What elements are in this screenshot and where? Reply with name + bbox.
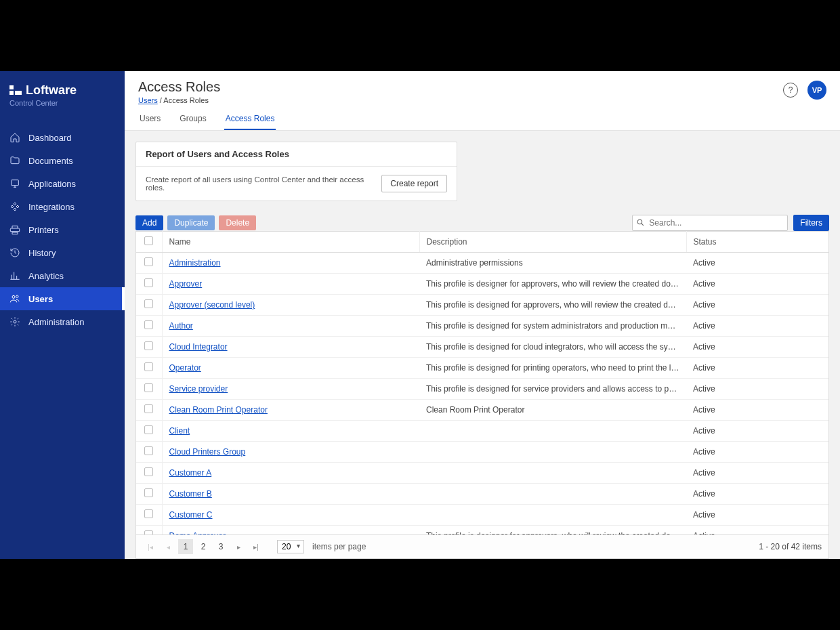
- content: Report of Users and Access Roles Create …: [125, 131, 840, 559]
- col-header-status[interactable]: Status: [686, 232, 828, 253]
- row-checkbox[interactable]: [144, 425, 153, 434]
- home-icon: [9, 132, 20, 143]
- row-status: Active: [686, 526, 828, 535]
- breadcrumb-current: Access Roles: [163, 96, 209, 104]
- row-name-link[interactable]: Service provider: [169, 384, 228, 394]
- row-status: Active: [686, 358, 828, 379]
- help-button[interactable]: ?: [783, 83, 798, 98]
- breadcrumb-root[interactable]: Users: [138, 96, 158, 104]
- pager-first[interactable]: |◂: [143, 539, 158, 554]
- table-row: Cloud Printers GroupActive: [136, 442, 828, 463]
- pager-page-2[interactable]: 2: [196, 539, 211, 554]
- avatar[interactable]: VP: [807, 81, 826, 100]
- main: Access Roles Users / Access Roles Users …: [125, 71, 840, 559]
- row-name-link[interactable]: Operator: [169, 363, 201, 373]
- row-checkbox[interactable]: [144, 299, 153, 308]
- row-name-link[interactable]: Approver (second level): [169, 300, 255, 310]
- sidebar-item-documents[interactable]: Documents: [0, 149, 125, 172]
- delete-button[interactable]: Delete: [219, 215, 256, 230]
- sidebar-item-printers[interactable]: Printers: [0, 218, 125, 241]
- row-checkbox[interactable]: [144, 362, 153, 371]
- page-size-select[interactable]: 20: [277, 540, 304, 553]
- row-checkbox[interactable]: [144, 467, 153, 476]
- sidebar-item-label: Documents: [28, 156, 73, 166]
- grid-scroll[interactable]: Name Description Status AdministrationAd…: [136, 231, 828, 534]
- sidebar: Loftware Control Center Dashboard Docume…: [0, 71, 125, 559]
- svg-point-1: [12, 295, 15, 298]
- sidebar-item-label: Users: [28, 294, 53, 304]
- folder-icon: [9, 155, 20, 166]
- row-name-link[interactable]: Author: [169, 321, 193, 331]
- col-header-name[interactable]: Name: [162, 232, 419, 253]
- row-description: This profile is designed for cloud integ…: [419, 337, 686, 358]
- row-checkbox[interactable]: [144, 257, 153, 266]
- row-description: [419, 505, 686, 526]
- duplicate-button[interactable]: Duplicate: [167, 215, 215, 230]
- table-row: Customer BActive: [136, 484, 828, 505]
- tabs: Users Groups Access Roles: [138, 111, 276, 130]
- row-checkbox[interactable]: [144, 509, 153, 518]
- create-report-button[interactable]: Create report: [381, 175, 447, 192]
- svg-point-4: [637, 219, 642, 224]
- row-description: [419, 484, 686, 505]
- row-name-link[interactable]: Administration: [169, 258, 221, 268]
- pager-page-1[interactable]: 1: [178, 539, 193, 554]
- add-button[interactable]: Add: [135, 215, 163, 230]
- sidebar-item-analytics[interactable]: Analytics: [0, 264, 125, 287]
- sidebar-item-administration[interactable]: Administration: [0, 310, 125, 333]
- row-checkbox[interactable]: [144, 404, 153, 413]
- row-name-link[interactable]: Cloud Printers Group: [169, 447, 246, 457]
- row-name-link[interactable]: Customer B: [169, 489, 212, 499]
- row-description: This profile is designed for system admi…: [419, 316, 686, 337]
- pager-prev[interactable]: ◂: [161, 539, 175, 554]
- pager-page-3[interactable]: 3: [213, 539, 228, 554]
- table-row: Cloud IntegratorThis profile is designed…: [136, 337, 828, 358]
- sidebar-item-dashboard[interactable]: Dashboard: [0, 126, 125, 149]
- filters-button[interactable]: Filters: [793, 215, 829, 231]
- row-checkbox[interactable]: [144, 383, 153, 392]
- row-name-link[interactable]: Customer A: [169, 468, 212, 478]
- analytics-icon: [9, 270, 20, 281]
- tab-users[interactable]: Users: [138, 111, 162, 130]
- search-input[interactable]: [632, 215, 788, 231]
- row-name-link[interactable]: Customer C: [169, 510, 213, 520]
- row-checkbox[interactable]: [144, 488, 153, 497]
- pager: |◂ ◂ 1 2 3 ▸ ▸| 20 items per page: [136, 534, 828, 558]
- row-name-link[interactable]: Approver: [169, 279, 203, 289]
- table-row: Customer CActive: [136, 505, 828, 526]
- row-checkbox[interactable]: [144, 278, 153, 287]
- table-row: Customer AActive: [136, 463, 828, 484]
- report-card: Report of Users and Access Roles Create …: [135, 142, 457, 201]
- page-size-label: items per page: [312, 542, 366, 551]
- sidebar-item-label: Dashboard: [28, 133, 72, 143]
- sidebar-item-users[interactable]: Users: [0, 287, 125, 310]
- sidebar-item-applications[interactable]: Applications: [0, 172, 125, 195]
- row-status: Active: [686, 442, 828, 463]
- row-status: Active: [686, 253, 828, 274]
- pager-next[interactable]: ▸: [231, 539, 246, 554]
- row-description: Clean Room Print Operator: [419, 400, 686, 421]
- sidebar-item-integrations[interactable]: Integrations: [0, 195, 125, 218]
- col-header-description[interactable]: Description: [419, 232, 686, 253]
- table-row: Service providerThis profile is designed…: [136, 379, 828, 400]
- search-icon: [636, 218, 645, 227]
- row-checkbox[interactable]: [144, 446, 153, 455]
- select-all-checkbox[interactable]: [144, 236, 153, 245]
- tab-access-roles[interactable]: Access Roles: [224, 111, 276, 130]
- row-checkbox[interactable]: [144, 341, 153, 350]
- row-checkbox[interactable]: [144, 320, 153, 329]
- tab-groups[interactable]: Groups: [178, 111, 207, 130]
- table-row: ApproverThis profile is designer for app…: [136, 274, 828, 295]
- row-name-link[interactable]: Client: [169, 426, 190, 436]
- sidebar-item-label: Applications: [28, 179, 76, 189]
- row-name-link[interactable]: Cloud Integrator: [169, 342, 228, 352]
- row-status: Active: [686, 463, 828, 484]
- row-description: [419, 463, 686, 484]
- sidebar-item-history[interactable]: History: [0, 241, 125, 264]
- pager-last[interactable]: ▸|: [249, 539, 264, 554]
- brand-mark-icon: [9, 85, 22, 96]
- sidebar-item-label: History: [28, 248, 56, 258]
- table-row: ClientActive: [136, 421, 828, 442]
- row-name-link[interactable]: Clean Room Print Operator: [169, 405, 268, 415]
- row-description: This profile is designed for approvers, …: [419, 295, 686, 316]
